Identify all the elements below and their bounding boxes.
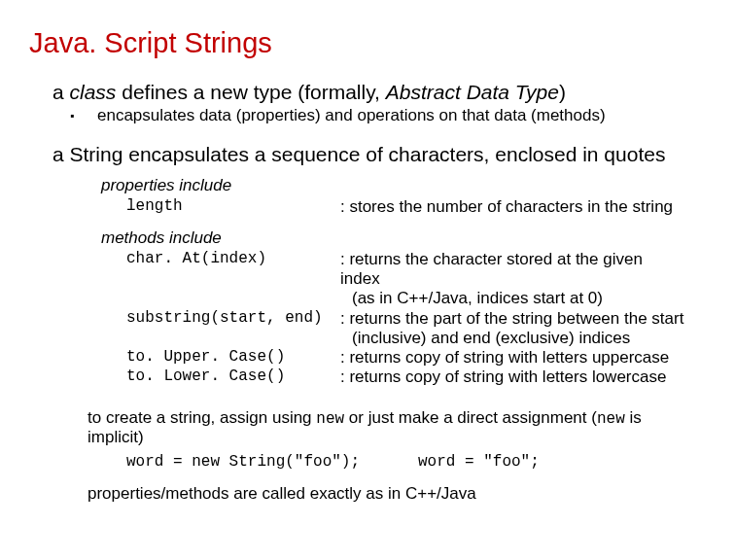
substring-row: substring(start, end) : returns the part… (126, 309, 706, 329)
charat-desc-2: (as in C++/Java, indices start at 0) (340, 289, 706, 308)
new-keyword: new (597, 410, 625, 428)
adt-italic: Abstract Data Type (386, 81, 559, 103)
length-code: length (126, 197, 340, 217)
text: defines a new type (formally, (116, 81, 385, 103)
text: or just make a direct assignment ( (344, 408, 597, 427)
code-examples: word = new String("foo"); word = "foo"; (126, 453, 677, 471)
text: to create a string, assign using (88, 408, 316, 427)
touppercase-row: to. Upper. Case() : returns copy of stri… (126, 348, 706, 368)
charat-row-2: (as in C++/Java, indices start at 0) (126, 289, 706, 308)
touppercase-desc: : returns copy of string with letters up… (340, 348, 706, 368)
charat-code: char. At(index) (126, 250, 340, 289)
tolowercase-desc: : returns copy of string with letters lo… (340, 368, 706, 387)
string-encapsulates-line: a String encapsulates a sequence of char… (52, 143, 677, 167)
charat-row: char. At(index) : returns the character … (126, 250, 706, 289)
encapsulates-bullet: encapsulates data (properties) and opera… (97, 106, 706, 125)
length-desc: : stores the number of characters in the… (340, 197, 706, 217)
substring-desc-2: (inclusive) and end (exclusive) indices (340, 329, 706, 348)
create-string-line: to create a string, assign using new or … (88, 408, 677, 447)
text: ) (559, 81, 566, 103)
properties-include-heading: properties include (101, 176, 706, 195)
slide-title: Java. Script Strings (29, 27, 706, 59)
tolowercase-row: to. Lower. Case() : returns copy of stri… (126, 368, 706, 387)
substring-code: substring(start, end) (126, 309, 340, 329)
slide: Java. Script Strings a class defines a n… (0, 0, 735, 523)
called-exactly-line: properties/methods are called exactly as… (88, 484, 677, 504)
tolowercase-code: to. Lower. Case() (126, 368, 340, 387)
methods-include-heading: methods include (101, 228, 706, 248)
class-defines-line: a class defines a new type (formally, Ab… (52, 81, 706, 104)
charat-desc-1: : returns the character stored at the gi… (340, 250, 706, 289)
code-example-left: word = new String("foo"); (126, 453, 418, 471)
blank (126, 329, 340, 348)
text: a (52, 81, 70, 103)
substring-desc-1: : returns the part of the string between… (340, 309, 706, 329)
length-row: length : stores the number of characters… (126, 197, 706, 217)
substring-row-2: (inclusive) and end (exclusive) indices (126, 329, 706, 348)
new-keyword: new (316, 410, 344, 428)
touppercase-code: to. Upper. Case() (126, 348, 340, 368)
code-example-right: word = "foo"; (418, 453, 540, 471)
class-italic: class (70, 81, 117, 103)
blank (126, 289, 340, 308)
